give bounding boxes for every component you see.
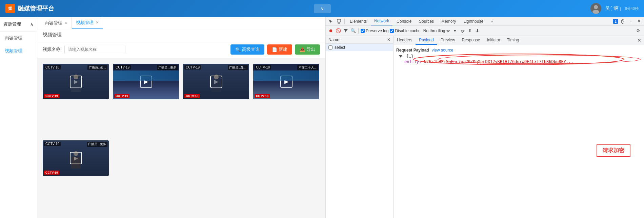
payload-section-title: Request Payload view source — [396, 48, 641, 53]
top-bar-right: 吴宁啊 | 8分40秒 — [590, 3, 639, 14]
upload-icon[interactable]: ⬆ — [467, 28, 473, 34]
user-name: 吴宁啊 | — [605, 5, 621, 12]
tab-label: 视频管理 — [76, 20, 94, 26]
video-grid: ▶ CCTV·18 广播员...处... CCTV·19 ▶ — [37, 58, 325, 218]
timer-label: 8分40秒 — [625, 6, 639, 11]
new-icon: 📄 — [272, 47, 277, 52]
close-detail-btn[interactable]: ✕ — [635, 36, 644, 45]
video-card[interactable]: ▶ CCTV·19 广播员...处... CCTV·18 — [183, 64, 249, 99]
close-devtools-icon[interactable]: ✕ — [635, 18, 643, 25]
close-panel-btn[interactable]: ✕ — [387, 37, 390, 42]
annotation-lines — [394, 45, 644, 218]
throttle-dropdown-icon[interactable]: ▾ — [452, 28, 458, 34]
export-icon: 📤 — [300, 47, 305, 52]
settings-icon[interactable]: ⚙ — [635, 27, 642, 35]
sidebar-item-video[interactable]: 视频管理 — [0, 44, 37, 57]
video-card[interactable]: ▶ CCTV·18 本届二十大... CCTV·18 — [253, 64, 319, 99]
svg-rect-2 — [337, 19, 341, 22]
collapse-icon: ∧ — [30, 22, 34, 27]
tab-preview[interactable]: Preview — [437, 36, 459, 45]
disable-cache-label[interactable]: Disable cache — [390, 28, 420, 33]
expand-icon[interactable] — [399, 55, 402, 58]
app-title: 融媒管理平台 — [18, 4, 54, 13]
search-icon: 🔍 — [235, 47, 241, 52]
download-icon[interactable]: ⬇ — [475, 28, 481, 34]
tab-video[interactable]: 视频管理 ✕ — [72, 17, 103, 29]
disable-cache-checkbox[interactable] — [390, 29, 394, 33]
tab-headers[interactable]: Headers — [394, 36, 416, 45]
view-source-link[interactable]: view source — [432, 48, 453, 53]
tab-content[interactable]: 内容管理 ✕ — [41, 17, 72, 29]
search-button[interactable]: 🔍 高级查询 — [230, 44, 264, 55]
top-bar: 媒 融媒管理平台 ∨ 吴宁啊 | 8分40秒 — [0, 0, 644, 17]
preserve-log-checkbox[interactable] — [361, 29, 365, 33]
gear-icon[interactable] — [619, 18, 626, 25]
tab-payload[interactable]: Payload — [416, 36, 437, 45]
button-group: 🔍 高级查询 📄 新建 📤 导出 — [230, 44, 320, 55]
video-badge: CCTV·19 — [44, 142, 61, 146]
filter-icon[interactable] — [343, 28, 349, 34]
search-icon[interactable]: 🔍 — [350, 28, 356, 34]
entity-value: N76z1hHPiSaCnc7ua70/DqXprDX12yRB1HfZ6dur… — [424, 59, 573, 64]
tab-memory[interactable]: Memory — [438, 18, 459, 25]
sidebar: 资源管理 ∧ 内容管理 视频管理 — [0, 17, 37, 218]
svg-point-0 — [594, 5, 598, 9]
new-button[interactable]: 📄 新建 — [267, 44, 292, 55]
avatar — [590, 3, 601, 14]
preserve-log-label[interactable]: Preserve log — [361, 28, 388, 33]
video-card[interactable]: ▶ CCTV·18 广播员...处... CCTV·19 — [43, 64, 109, 99]
devtools-content: Name ✕ select Headers Payload Preview Re… — [326, 36, 644, 218]
tab-elements[interactable]: Elements — [346, 18, 370, 25]
tab-close-content[interactable]: ✕ — [64, 21, 67, 25]
tab-timing[interactable]: Timing — [504, 36, 523, 45]
record-icon[interactable]: ⏺ — [328, 28, 334, 34]
tab-lighthouse[interactable]: Lighthouse — [460, 18, 487, 25]
wifi-icon[interactable] — [460, 28, 466, 34]
video-badge: CCTV·18 — [255, 65, 271, 70]
video-card[interactable]: ▶ CCTV·19 广播员...更多 CCTV·19 — [113, 64, 179, 99]
tab-label: 内容管理 — [45, 20, 62, 26]
video-logo: CCTV·19 — [114, 94, 129, 98]
export-button[interactable]: 📤 导出 — [295, 44, 320, 55]
network-list: Name ✕ select — [326, 36, 394, 218]
video-card[interactable]: ▶ CCTV·19 广播员...更多 CCTV·19 — [43, 140, 109, 176]
video-badge: CCTV·18 — [44, 65, 61, 70]
more-options-icon[interactable]: ⋮ — [627, 18, 635, 25]
network-list-header: Name ✕ — [326, 36, 393, 44]
svg-rect-3 — [338, 22, 340, 23]
tab-close-video[interactable]: ✕ — [96, 20, 99, 25]
entity-key: entity: — [404, 59, 422, 64]
box-icon[interactable] — [335, 18, 343, 25]
video-logo: CCTV·19 — [44, 171, 59, 175]
dropdown-button[interactable]: ∨ — [314, 4, 331, 13]
devtools-toolbar: Elements Network Console Sources Memory … — [326, 17, 644, 26]
tabs-bar: 内容管理 ✕ 视频管理 ✕ — [37, 17, 325, 29]
tab-console[interactable]: Console — [393, 18, 415, 25]
cursor-icon[interactable] — [327, 18, 335, 25]
tab-more[interactable]: » — [487, 18, 497, 25]
network-row-select[interactable]: select — [326, 44, 393, 51]
row-checkbox[interactable] — [328, 45, 333, 49]
badge-count: 1 — [613, 19, 618, 24]
tab-sources[interactable]: Sources — [416, 18, 437, 25]
sidebar-group-label: 资源管理 — [3, 21, 21, 27]
request-detail: Headers Payload Preview Response Initiat… — [394, 36, 644, 218]
main-layout: 资源管理 ∧ 内容管理 视频管理 内容管理 ✕ 视频管理 ✕ 视频管理 — [0, 17, 644, 218]
search-input[interactable] — [64, 45, 125, 54]
stop-icon[interactable]: 🚫 — [335, 28, 341, 34]
detail-tabs: Headers Payload Preview Response Initiat… — [394, 36, 644, 45]
tree-entity-row: entity: N76z1hHPiSaCnc7ua70/DqXprDX12yRB… — [404, 59, 641, 64]
throttle-select[interactable]: No throttling Fast 3G Slow 3G — [422, 28, 451, 34]
sidebar-group-header[interactable]: 资源管理 ∧ — [0, 17, 37, 32]
export-button-label: 导出 — [306, 46, 315, 53]
page-title: 视频管理 — [43, 32, 62, 37]
payload-content: Request Payload view source {…} entity: … — [394, 45, 644, 218]
sidebar-item-content[interactable]: 内容管理 — [0, 32, 37, 44]
tab-initiator[interactable]: Initiator — [483, 36, 503, 45]
video-badge-right: 本届二十大... — [297, 65, 318, 70]
tab-network[interactable]: Network — [371, 17, 393, 25]
annotation-text: 请求加密 — [603, 147, 624, 153]
tree-root: {…} — [399, 54, 641, 59]
tab-response[interactable]: Response — [458, 36, 483, 45]
video-badge-right: 广播员...更多 — [157, 65, 178, 70]
